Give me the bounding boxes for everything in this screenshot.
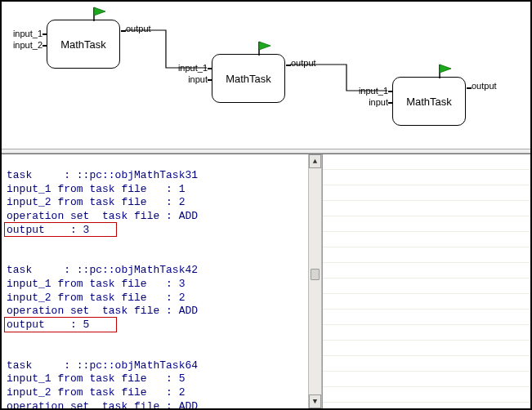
scroll-up-button[interactable]: ▲: [309, 154, 321, 168]
output-highlight: [4, 317, 117, 332]
scroll-down-button[interactable]: ▼: [309, 394, 321, 408]
input-port-label: input: [188, 74, 208, 84]
task-node-1[interactable]: MathTaskinput_1input_2output: [47, 20, 120, 69]
output-highlight: [4, 222, 117, 238]
svg-marker-1: [94, 7, 105, 16]
output-port-label: output: [472, 81, 497, 91]
right-pane: [322, 154, 530, 408]
scroll-thumb[interactable]: [311, 269, 320, 280]
flag-icon: [92, 6, 107, 25]
svg-marker-5: [440, 65, 451, 73]
output-port-label: output: [291, 58, 316, 68]
task-node-2[interactable]: MathTaskinput_1inputoutput: [212, 54, 285, 103]
node-label: MathTask: [226, 73, 271, 85]
task-node-3[interactable]: MathTaskinput_1inputoutput: [392, 77, 466, 126]
input-port-label: input_1: [13, 29, 42, 38]
console-text: task : ::pc::objMathTask31 input_1 from …: [7, 169, 303, 408]
output-port-label: output: [126, 24, 151, 33]
flag-icon: [438, 63, 453, 82]
svg-marker-3: [259, 42, 270, 50]
flag-icon: [257, 40, 272, 59]
input-port-label: input_1: [359, 86, 388, 96]
console-scrollbar[interactable]: ▲ ▼: [308, 154, 322, 408]
input-port-label: input: [369, 97, 388, 107]
input-port-label: input_2: [13, 40, 42, 50]
console-output: task : ::pc::objMathTask31 input_1 from …: [2, 154, 308, 408]
node-label: MathTask: [406, 96, 452, 108]
diagram-canvas[interactable]: MathTaskinput_1input_2outputMathTaskinpu…: [2, 2, 530, 149]
node-label: MathTask: [60, 38, 106, 51]
input-port-label: input_1: [178, 63, 208, 73]
